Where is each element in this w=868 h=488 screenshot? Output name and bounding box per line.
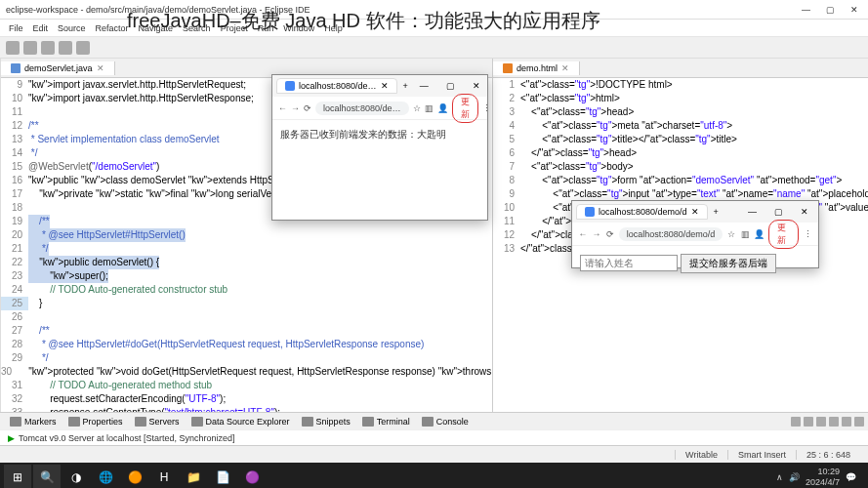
view-tab-servers[interactable]: Servers (129, 417, 186, 427)
view-tab-console[interactable]: Console (416, 417, 475, 427)
taskbar-item[interactable]: 🟣 (238, 465, 266, 488)
status-writable: Writable (675, 450, 727, 460)
tab-close-icon[interactable]: ✕ (561, 63, 569, 73)
close-button[interactable]: ✕ (847, 5, 862, 15)
menu-edit[interactable]: Edit (28, 23, 54, 33)
tool-icon[interactable] (854, 417, 864, 427)
star-icon[interactable]: ☆ (726, 229, 736, 239)
clock-time: 10:29 (806, 467, 840, 477)
tool-icon[interactable] (804, 417, 813, 427)
taskbar-item[interactable]: ⊞ (4, 465, 31, 488)
view-icon (135, 417, 146, 427)
tab-html-file[interactable]: demo.html ✕ (493, 61, 580, 75)
code-content: <"at">class="tg">html> (520, 92, 620, 105)
taskbar-item[interactable]: 🌐 (92, 465, 119, 488)
star-icon[interactable]: ☆ (413, 103, 421, 113)
reload-button[interactable]: ⟳ (605, 229, 615, 239)
new-tab-button[interactable]: + (708, 207, 724, 217)
minimize-button[interactable]: — (414, 81, 434, 91)
toolbar-icon[interactable] (59, 41, 72, 55)
url-field[interactable]: localhost:8080/de… (315, 102, 409, 115)
extension-icon[interactable]: ▥ (740, 229, 750, 239)
bottom-tools (791, 417, 864, 427)
line-number: 22 (1, 256, 28, 269)
tool-icon[interactable] (791, 417, 801, 427)
update-button[interactable]: 更新 (768, 220, 799, 249)
menu-icon[interactable]: ⋮ (482, 103, 491, 113)
forward-button[interactable]: → (291, 103, 300, 113)
code-content: <"at">class="tg">title></"at">class="tg"… (520, 133, 737, 146)
tool-icon[interactable] (842, 417, 851, 427)
new-tab-button[interactable]: + (397, 81, 414, 91)
minimize-button[interactable]: — (742, 207, 763, 217)
toolbar-icon[interactable] (76, 41, 90, 55)
line-number: 12 (1, 119, 28, 133)
browser-tab[interactable]: localhost:8080/de… ✕ (276, 78, 397, 94)
line-number: 27 (1, 324, 28, 338)
code-content: } (28, 297, 42, 310)
toolbar-icon[interactable] (41, 41, 55, 55)
view-icon (422, 417, 434, 427)
right-tab-bar: demo.html ✕ (493, 59, 868, 78)
tool-icon[interactable] (829, 417, 839, 427)
submit-button[interactable] (681, 254, 776, 273)
minimize-button[interactable]: — (798, 5, 814, 15)
forward-button[interactable]: → (592, 229, 601, 239)
line-number: 15 (1, 160, 28, 174)
tab-close-icon[interactable]: ✕ (381, 81, 389, 91)
line-number: 6 (493, 146, 520, 160)
tool-icon[interactable] (816, 417, 826, 427)
menu-source[interactable]: Source (53, 23, 91, 33)
line-number: 4 (493, 119, 520, 133)
line-number: 10 (493, 201, 520, 215)
tray-icon[interactable]: 🔊 (789, 472, 800, 482)
maximize-button[interactable]: ▢ (822, 5, 839, 15)
code-content: request.setCharacterEncoding("UTF-8"); (28, 392, 226, 406)
view-tab-terminal[interactable]: Terminal (356, 417, 416, 427)
toolbar-icon[interactable] (23, 41, 37, 55)
browser-title-bar[interactable]: localhost:8080/de… ✕ + — ▢ ✕ (272, 75, 487, 97)
view-tab-properties[interactable]: Properties (62, 417, 129, 427)
code-content: "kw">public "kw">class demoServlet "kw">… (28, 174, 304, 187)
line-number: 11 (1, 105, 28, 119)
server-status-text: Tomcat v9.0 Server at localhost [Started… (19, 433, 235, 443)
taskbar-item[interactable]: 📄 (209, 465, 236, 488)
maximize-button[interactable]: ▢ (440, 81, 461, 91)
back-button[interactable]: ← (578, 229, 588, 239)
update-button[interactable]: 更新 (452, 94, 478, 123)
taskbar-item[interactable]: 📁 (180, 465, 207, 488)
notifications-icon[interactable]: 💬 (846, 472, 856, 482)
taskbar-item[interactable]: ◑ (62, 465, 90, 488)
view-tab-markers[interactable]: Markers (4, 417, 62, 427)
profile-icon[interactable]: 👤 (754, 229, 765, 239)
line-number: 11 (493, 215, 520, 228)
tab-close-icon[interactable]: ✕ (97, 63, 104, 73)
maximize-button[interactable]: ▢ (768, 207, 789, 217)
code-content: <"at">class="tg">input "at">type="text" … (520, 187, 868, 201)
url-field[interactable]: localhost:8080/demo/d (619, 227, 723, 241)
tab-close-icon[interactable]: ✕ (691, 207, 699, 217)
close-button[interactable]: ✕ (795, 207, 814, 217)
taskbar-item[interactable]: 🟠 (121, 465, 148, 488)
extension-icon[interactable]: ▥ (425, 103, 434, 113)
view-tab-snippets[interactable]: Snippets (296, 417, 356, 427)
browser-tab[interactable]: localhost:8080/demo/d ✕ (576, 204, 708, 220)
name-input[interactable] (580, 255, 678, 271)
tray-icon[interactable]: ∧ (776, 472, 783, 482)
view-tab-data-source-explorer[interactable]: Data Source Explorer (186, 417, 296, 427)
clock[interactable]: 10:29 2024/4/7 (806, 467, 840, 488)
line-number: 1 (493, 78, 520, 92)
back-button[interactable]: ← (278, 103, 287, 113)
menu-icon[interactable]: ⋮ (803, 229, 812, 239)
menu-file[interactable]: File (4, 23, 28, 33)
tab-java-file[interactable]: demoServlet.java ✕ (1, 61, 115, 75)
view-icon (302, 417, 313, 427)
server-status-line[interactable]: ▶ Tomcat v9.0 Server at localhost [Start… (0, 429, 868, 445)
profile-icon[interactable]: 👤 (437, 103, 448, 113)
toolbar-icon[interactable] (6, 41, 20, 55)
reload-button[interactable]: ⟳ (304, 103, 311, 113)
close-button[interactable]: ✕ (467, 81, 486, 91)
status-insert: Smart Insert (727, 450, 796, 460)
taskbar-item[interactable]: 🔍 (33, 465, 61, 488)
taskbar-item[interactable]: H (150, 465, 178, 488)
